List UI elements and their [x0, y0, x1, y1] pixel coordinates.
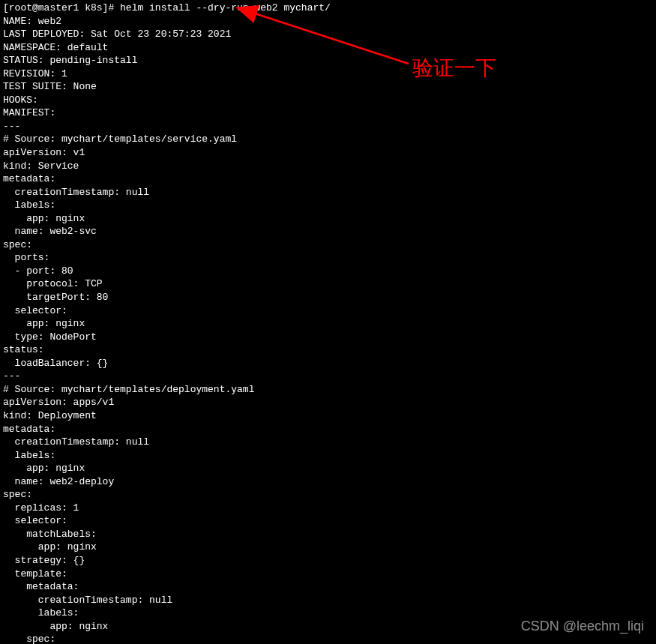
annotation-text: 验证一下: [412, 54, 496, 82]
watermark-text: CSDN @leechm_liqi: [521, 617, 644, 635]
command-output: NAME: web2 LAST DEPLOYED: Sat Oct 23 20:…: [3, 16, 254, 644]
shell-prompt: [root@master1 k8s]#: [3, 2, 120, 13]
command-text: helm install --dry-run web2 mychart/: [120, 2, 331, 13]
terminal-window[interactable]: [root@master1 k8s]# helm install --dry-r…: [3, 1, 653, 644]
